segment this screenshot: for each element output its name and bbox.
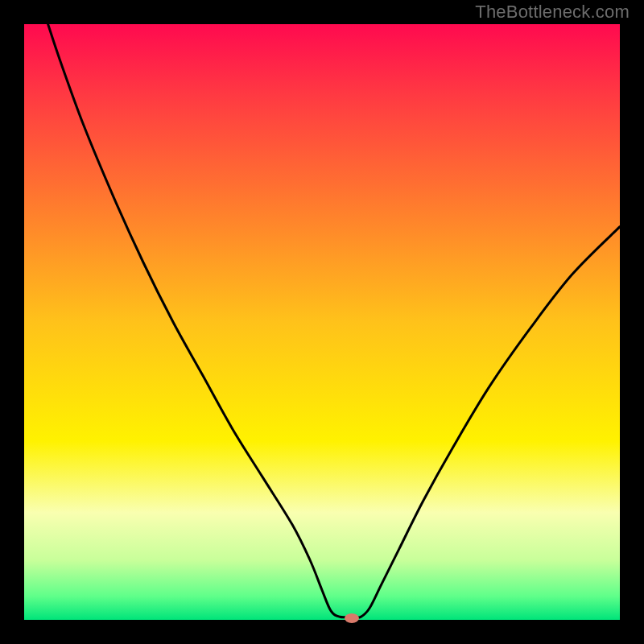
chart-frame: TheBottleneck.com (0, 0, 644, 644)
watermark-label: TheBottleneck.com (475, 2, 630, 23)
plot-background (24, 24, 620, 620)
optimal-point-marker (345, 613, 359, 623)
bottleneck-chart (0, 0, 644, 644)
